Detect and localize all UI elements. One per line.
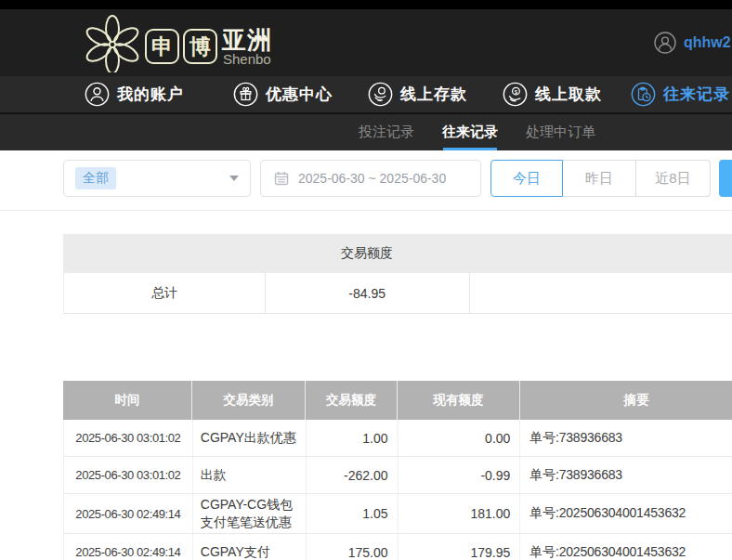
yesterday-button[interactable]: 昨日 [563,160,636,197]
cell-memo: 单号:738936683 [520,457,732,493]
toolbar-divider [0,210,732,211]
today-button[interactable]: 今日 [490,160,563,197]
summary-header-amount: 交易额度 [265,234,469,273]
cell-memo: 单号:202506304001453632 [520,534,732,560]
user-avatar-icon [654,32,676,54]
col-header-time: 时间 [63,381,192,420]
tab-transaction-records[interactable]: 往来记录 [442,114,498,150]
quick-date-buttons: 今日 昨日 近8日 [490,160,711,197]
chevron-down-icon [229,176,239,181]
nav-item-online-deposit[interactable]: 线上存款 [368,82,467,107]
summary-header-extra [469,234,732,273]
records-tabs: 投注记录 往来记录 处理中订单 [359,114,595,150]
type-filter-selected-value: 全部 [75,167,116,189]
summary-header-row: 交易额度 [63,234,732,273]
col-header-type: 交易类别 [192,381,306,420]
summary-total-amount: -84.95 [266,273,470,313]
records-table: 时间 交易类别 交易额度 现有额度 摘要 2025-06-30 03:01:02… [63,381,732,560]
cell-type: CGPAY支付 [193,534,307,560]
deposit-icon [368,82,393,107]
table-row: 2025-06-30 02:49:14 CGPAY-CG钱包支付笔笔送优惠 1.… [63,494,732,534]
table-row: 2025-06-30 02:49:14 CGPAY支付 175.00 179.9… [63,534,732,560]
logo-char-bo: 博 [183,29,217,64]
cell-amount: 1.05 [307,494,399,533]
cell-time: 2025-06-30 02:49:14 [64,534,193,560]
cell-memo: 单号:738936683 [520,420,732,456]
cell-balance: 179.95 [399,534,521,560]
cell-balance: -0.99 [399,457,521,493]
nav-item-my-account[interactable]: 我的账户 [85,82,184,107]
cell-time: 2025-06-30 03:01:02 [64,420,193,456]
last-8-days-button[interactable]: 近8日 [636,160,711,197]
withdraw-icon: $ [503,82,528,107]
cell-balance: 0.00 [399,420,521,456]
col-header-memo: 摘要 [520,381,732,420]
user-account-area[interactable]: qhhw2 [654,32,731,54]
search-button[interactable] [719,160,732,197]
summary-total-extra [470,273,732,313]
col-header-balance: 现有额度 [398,381,520,420]
cell-amount: 175.00 [307,534,399,560]
logo-char-shen: 申 [145,29,179,64]
svg-text:$: $ [515,88,518,95]
account-icon [85,82,110,107]
cell-memo: 单号:202506304001453632 [520,494,732,533]
logo-subtitle: Shenbo [223,51,271,67]
cell-amount: 1.00 [307,420,399,456]
date-range-picker[interactable]: 2025-06-30 ~ 2025-06-30 [260,160,481,197]
active-tab-underline [443,148,497,150]
nav-item-online-withdraw[interactable]: $ 线上取款 [503,82,602,107]
table-row: 2025-06-30 03:01:02 出款 -262.00 -0.99 单号:… [63,457,732,494]
records-header-row: 时间 交易类别 交易额度 现有额度 摘要 [63,381,732,420]
records-icon [631,82,656,107]
calendar-icon [274,171,289,186]
page: 申 博 亚洲 Shenbo qhhw2 我的账户 优惠中心 [0,0,732,560]
col-header-amount: 交易额度 [306,381,398,420]
cell-amount: -262.00 [307,457,399,493]
cell-type: CGPAY出款优惠 [193,420,307,456]
nav-item-promo-center[interactable]: 优惠中心 [233,82,333,107]
summary-total-row: 总计 -84.95 [63,273,732,314]
cell-type: CGPAY-CG钱包支付笔笔送优惠 [193,494,307,533]
cell-time: 2025-06-30 02:49:14 [64,494,193,533]
tab-betting-records[interactable]: 投注记录 [359,114,414,150]
top-black-strip [0,0,732,9]
summary-header-blank [63,234,265,273]
date-range-value: 2025-06-30 ~ 2025-06-30 [298,171,446,186]
tab-processing-orders[interactable]: 处理中订单 [526,114,595,150]
table-row: 2025-06-30 03:01:02 CGPAY出款优惠 1.00 0.00 … [63,420,732,457]
summary-total-label: 总计 [64,273,266,313]
cell-type: 出款 [193,457,307,493]
cell-time: 2025-06-30 03:01:02 [64,457,193,493]
username-text[interactable]: qhhw2 [684,34,731,51]
summary-table: 交易额度 总计 -84.95 [63,234,732,314]
type-filter-select[interactable]: 全部 [63,160,251,197]
promo-gift-icon [233,82,258,107]
nav-item-transaction-records[interactable]: 往来记录 [631,82,730,107]
cell-balance: 181.00 [399,494,521,533]
flower-logo-icon [84,15,141,72]
